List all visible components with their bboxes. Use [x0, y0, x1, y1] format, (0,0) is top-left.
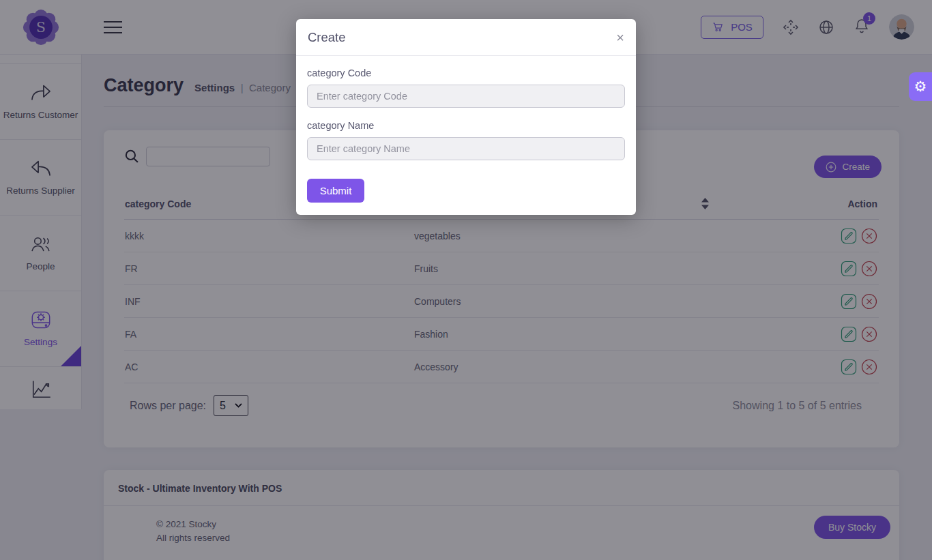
category-code-input[interactable] [307, 85, 625, 108]
gear-icon: ⚙ [914, 78, 927, 95]
category-name-input[interactable] [307, 137, 625, 160]
category-name-label: category Name [307, 120, 625, 131]
customizer-gear-button[interactable]: ⚙ [909, 72, 932, 101]
modal-body: category Code category Name Submit [296, 56, 636, 215]
modal-header: Create × [296, 19, 636, 56]
modal-title: Create [308, 30, 346, 45]
close-icon[interactable]: × [616, 31, 624, 44]
create-category-modal: Create × category Code category Name Sub… [296, 19, 636, 215]
category-code-label: category Code [307, 68, 625, 78]
submit-button[interactable]: Submit [307, 179, 364, 203]
